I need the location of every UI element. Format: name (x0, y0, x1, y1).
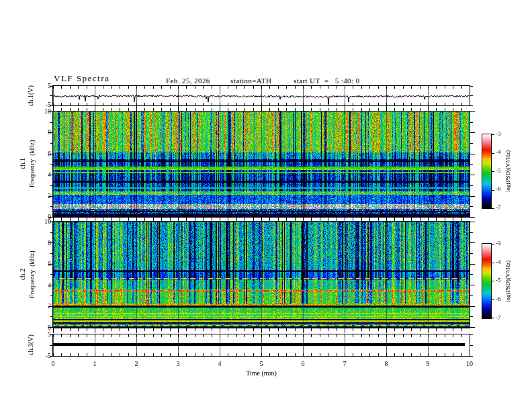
ch2-spec-left-major-yticks (48, 222, 53, 328)
x-tick-label: 9 (420, 360, 436, 368)
ch1-colorbar-ticks (492, 134, 494, 209)
colorbar-tick-label: -3 (496, 240, 501, 247)
colorbar-tick-label: -7 (496, 314, 501, 322)
ch1-wave-bottom-minor-ticks (53, 103, 470, 105)
ch1-spec-right-major-yticks (470, 111, 475, 218)
ch1-wave-right-yticks (470, 86, 473, 106)
vlf-spectra-figure: VLF Spectra Feb. 25, 2026 station=ATH st… (0, 0, 532, 411)
date-label: Feb. 25, 2026 (166, 76, 210, 85)
x-tick-label: 7 (337, 360, 353, 368)
colorbar-tick-label: -5 (496, 277, 501, 284)
ch3-voltage-axis-label: ch.3(V) (27, 328, 36, 363)
colorbar-tick-label: -4 (496, 148, 501, 156)
page-title: VLF Spectra (54, 74, 109, 83)
x-axis-title: Time (min) (221, 369, 302, 377)
ch2-spec-right-major-yticks (470, 222, 475, 328)
ch3-bottom-minor-ticks (53, 353, 470, 356)
ch1-colorbar (482, 134, 492, 209)
ch1-frequency-axis-label: Frequency (kHz) (28, 127, 37, 201)
y-tick-label: 10 (31, 107, 51, 116)
x-tick-label: 4 (212, 360, 228, 368)
colorbar-tick-label: -5 (496, 167, 501, 175)
x-tick-label: 5 (253, 360, 269, 368)
colorbar-tick-label: -6 (496, 185, 501, 193)
ch2-channel-axis-label: ch.2 (19, 261, 28, 288)
x-tick-label: 10 (461, 360, 478, 368)
start-ut-label: start UT = 5 :40: 0 (294, 76, 360, 85)
ch1-spectrogram-image (53, 111, 470, 217)
y-tick-label: 10 (31, 218, 51, 226)
colorbar-tick-label: -3 (496, 130, 501, 138)
station-label: station=ATH (230, 76, 271, 85)
ch2-spec-top-minor-ticks (53, 218, 470, 221)
ch1-spectrogram-panel (52, 111, 470, 218)
ch1-spec-left-major-yticks (48, 111, 53, 218)
ch1-colorbar-label: log(PSD)(V²/Hz) (504, 134, 512, 208)
ch2-frequency-axis-label: Frequency (kHz) (28, 238, 37, 312)
x-tick-label: 6 (295, 360, 311, 368)
ch1-wave-top-minor-ticks (53, 86, 470, 89)
ch2-spectrogram-panel (52, 221, 470, 328)
colorbar-tick-label: -6 (496, 295, 501, 303)
ch3-right-yticks (470, 334, 473, 357)
x-tick-label: 2 (128, 360, 144, 368)
ch3-flat-trace (53, 343, 465, 346)
colorbar-tick-label: -7 (496, 204, 501, 212)
ch2-colorbar (482, 243, 492, 319)
ch2-spec-bottom-major-ticks (53, 328, 470, 333)
x-tick-label: 3 (170, 360, 186, 368)
ch1-spec-top-minor-ticks (53, 108, 470, 111)
x-tick-label: 8 (378, 360, 394, 368)
x-tick-label: 1 (87, 360, 103, 368)
ch2-spectrogram-image (53, 222, 470, 328)
ch1-channel-axis-label: ch.1 (19, 150, 28, 177)
ch3-top-minor-ticks (53, 334, 470, 337)
ch2-colorbar-label: log(PSD)(V²/Hz) (504, 244, 512, 318)
colorbar-tick-label: -4 (496, 259, 501, 266)
x-tick-label: 0 (45, 360, 61, 368)
ch2-colorbar-ticks (492, 244, 494, 319)
